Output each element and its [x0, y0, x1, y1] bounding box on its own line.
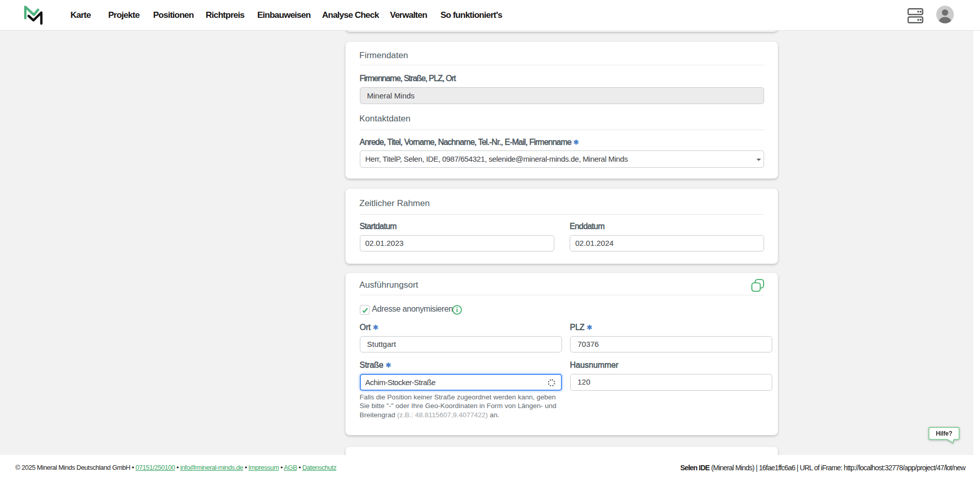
svg-text:Hilfe?: Hilfe? [936, 430, 952, 437]
